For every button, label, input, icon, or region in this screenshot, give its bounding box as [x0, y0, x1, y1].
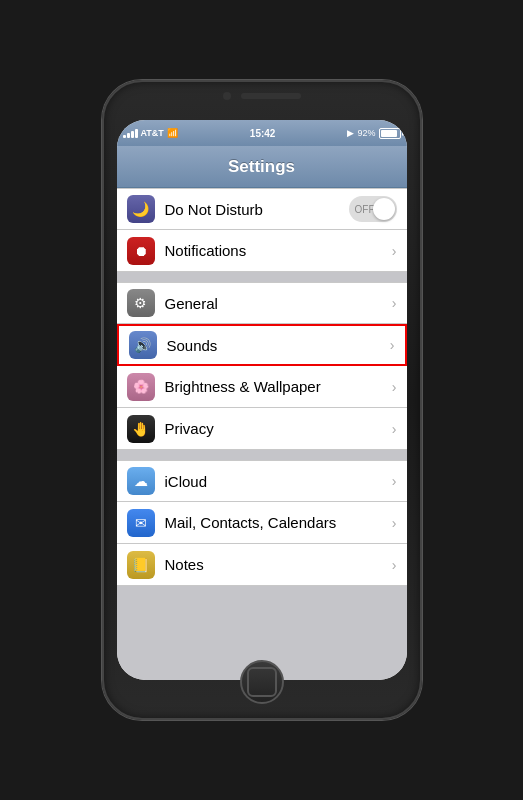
- camera: [223, 92, 231, 100]
- icloud-chevron: ›: [392, 473, 397, 489]
- do-not-disturb-icon: 🌙: [127, 195, 155, 223]
- phone-frame: AT&T 📶 15:42 ▶ 92% Settings: [102, 80, 422, 720]
- phone-screen-container: AT&T 📶 15:42 ▶ 92% Settings: [117, 120, 407, 680]
- settings-item-general[interactable]: ⚙ General ›: [117, 282, 407, 324]
- section-gap-2: [117, 450, 407, 460]
- settings-item-do-not-disturb[interactable]: 🌙 Do Not Disturb OFF: [117, 188, 407, 230]
- location-icon: ▶: [347, 128, 354, 138]
- phone-top-bar: [223, 92, 301, 100]
- toggle-knob: [373, 198, 395, 220]
- sounds-icon: 🔊: [129, 331, 157, 359]
- brightness-label: Brightness & Wallpaper: [165, 378, 387, 395]
- mail-icon: ✉: [127, 509, 155, 537]
- home-button[interactable]: [240, 660, 284, 704]
- signal-bar-3: [131, 131, 134, 138]
- battery-icon: [379, 128, 401, 139]
- privacy-chevron: ›: [392, 421, 397, 437]
- sounds-label: Sounds: [167, 337, 385, 354]
- section-top: 🌙 Do Not Disturb OFF ⏺ Notificatio: [117, 188, 407, 272]
- icloud-icon: ☁: [127, 467, 155, 495]
- settings-item-sounds[interactable]: 🔊 Sounds ›: [117, 324, 407, 366]
- signal-bar-1: [123, 135, 126, 138]
- settings-item-icloud[interactable]: ☁ iCloud ›: [117, 460, 407, 502]
- settings-item-mail[interactable]: ✉ Mail, Contacts, Calendars ›: [117, 502, 407, 544]
- home-button-inner: [247, 667, 277, 697]
- earpiece: [241, 93, 301, 99]
- settings-item-privacy[interactable]: 🤚 Privacy ›: [117, 408, 407, 450]
- notifications-icon: ⏺: [127, 237, 155, 265]
- status-right: ▶ 92%: [347, 128, 400, 139]
- screen: AT&T 📶 15:42 ▶ 92% Settings: [117, 120, 407, 680]
- settings-item-notes[interactable]: 📒 Notes ›: [117, 544, 407, 586]
- notes-label: Notes: [165, 556, 387, 573]
- status-left: AT&T 📶: [123, 128, 178, 138]
- mail-chevron: ›: [392, 515, 397, 531]
- status-bar: AT&T 📶 15:42 ▶ 92%: [117, 120, 407, 146]
- settings-item-notifications[interactable]: ⏺ Notifications ›: [117, 230, 407, 272]
- brightness-chevron: ›: [392, 379, 397, 395]
- mail-label: Mail, Contacts, Calendars: [165, 514, 387, 531]
- general-chevron: ›: [392, 295, 397, 311]
- notifications-label: Notifications: [165, 242, 387, 259]
- section-gap-1: [117, 272, 407, 282]
- status-time: 15:42: [178, 128, 348, 139]
- notes-chevron: ›: [392, 557, 397, 573]
- toggle-off-label: OFF: [355, 204, 375, 215]
- signal-bar-4: [135, 129, 138, 138]
- notes-icon: 📒: [127, 551, 155, 579]
- brightness-icon: 🌸: [127, 373, 155, 401]
- battery-percent: 92%: [357, 128, 375, 138]
- sounds-chevron: ›: [390, 337, 395, 353]
- general-label: General: [165, 295, 387, 312]
- nav-title: Settings: [228, 157, 295, 177]
- do-not-disturb-label: Do Not Disturb: [165, 201, 349, 218]
- section-middle: ⚙ General › 🔊 Sounds ›: [117, 282, 407, 450]
- carrier-label: AT&T: [141, 128, 164, 138]
- icloud-label: iCloud: [165, 473, 387, 490]
- wifi-icon: 📶: [167, 128, 178, 138]
- general-icon: ⚙: [127, 289, 155, 317]
- settings-item-brightness[interactable]: 🌸 Brightness & Wallpaper ›: [117, 366, 407, 408]
- signal-bar-2: [127, 133, 130, 138]
- navigation-bar: Settings: [117, 146, 407, 188]
- signal-bars: [123, 128, 138, 138]
- privacy-label: Privacy: [165, 420, 387, 437]
- battery-fill: [381, 130, 398, 137]
- notifications-chevron: ›: [392, 243, 397, 259]
- do-not-disturb-toggle[interactable]: OFF: [349, 196, 397, 222]
- settings-list: 🌙 Do Not Disturb OFF ⏺ Notificatio: [117, 188, 407, 680]
- section-bottom: ☁ iCloud › ✉ Mail, Contacts, Calendars ›: [117, 460, 407, 586]
- privacy-icon: 🤚: [127, 415, 155, 443]
